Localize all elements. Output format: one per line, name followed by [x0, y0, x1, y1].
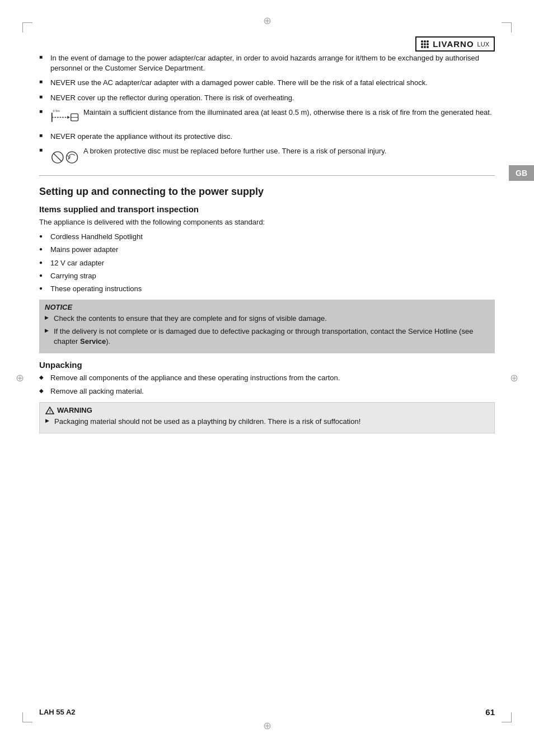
list-item-3: 12 V car adapter — [39, 258, 495, 268]
reg-mark-right: ⊕ — [510, 373, 518, 383]
warning-box: ! WARNING Packaging material should not … — [39, 402, 495, 433]
list-item-text-4: Carrying strap — [50, 271, 96, 281]
svg-text:0.5m: 0.5m — [53, 109, 60, 113]
page: ⊕ ⊕ ⊕ ⊕ LIVARNO LUX GB In the event of d… — [0, 0, 534, 756]
bullet-item-4: 0.5m Maintain a sufficient distance from… — [39, 108, 495, 127]
warning-item-1: Packaging material should not be used as… — [45, 417, 489, 427]
divider-1 — [39, 175, 495, 176]
bullet-item-1: In the event of damage to the power adap… — [39, 53, 495, 73]
bullet-item-5: NEVER operate the appliance without its … — [39, 132, 495, 142]
corner-mark-tl — [22, 22, 32, 32]
notice-item-1: Check the contents to ensure that they a… — [45, 314, 489, 324]
svg-text:!: ! — [49, 409, 51, 414]
intro-text: The appliance is delivered with the foll… — [39, 217, 495, 227]
unpacking-text-1: Remove all components of the appliance a… — [50, 373, 340, 383]
service-bold: Service — [80, 337, 106, 346]
corner-mark-br — [502, 712, 512, 722]
unpacking-item-2: Remove all packing material. — [39, 386, 495, 396]
broken-disc-icon — [50, 146, 81, 169]
svg-line-7 — [54, 153, 62, 162]
gb-tab: GB — [509, 165, 534, 181]
list-item-text-5: These operating instructions — [50, 284, 142, 294]
list-item-5: These operating instructions — [39, 284, 495, 294]
notice-box: NOTICE Check the contents to ensure that… — [39, 300, 495, 353]
unpacking-item-1: Remove all components of the appliance a… — [39, 373, 495, 383]
logo-name: LIVARNO — [433, 39, 474, 49]
unpacking-list: Remove all components of the appliance a… — [39, 373, 495, 396]
safety-bullet-list: In the event of damage to the power adap… — [39, 53, 495, 169]
logo-box: LIVARNO LUX — [415, 36, 495, 52]
notice-title: NOTICE — [45, 303, 489, 311]
warning-text-1: Packaging material should not be used as… — [54, 417, 360, 427]
bullet-text-6: A broken protective disc must be replace… — [83, 146, 386, 156]
items-list: Cordless Handheld Spotlight Mains power … — [39, 232, 495, 294]
bullet-text-2: NEVER use the AC adapter/car adapter wit… — [50, 78, 428, 88]
footer: LAH 55 A2 61 — [39, 707, 495, 717]
list-item-2: Mains power adapter — [39, 245, 495, 255]
bullet-text-3: NEVER cover up the reflector during oper… — [50, 93, 294, 103]
notice-list: Check the contents to ensure that they a… — [45, 314, 489, 347]
list-item-1: Cordless Handheld Spotlight — [39, 232, 495, 242]
svg-point-8 — [66, 152, 77, 163]
corner-mark-tr — [502, 22, 512, 32]
unpacking-heading: Unpacking — [39, 360, 495, 370]
warning-triangle-icon: ! — [45, 407, 54, 414]
warning-title-text: WARNING — [57, 406, 92, 414]
list-item-text-1: Cordless Handheld Spotlight — [50, 232, 143, 242]
warning-title: ! WARNING — [45, 406, 489, 414]
header: LIVARNO LUX — [415, 36, 495, 52]
warning-list: Packaging material should not be used as… — [45, 417, 489, 427]
bullet-item-6: A broken protective disc must be replace… — [39, 146, 495, 169]
notice-text-2: If the delivery is not complete or is da… — [54, 326, 489, 347]
notice-item-2: If the delivery is not complete or is da… — [45, 326, 489, 347]
reg-mark-left: ⊕ — [16, 373, 24, 383]
logo-lux: LUX — [477, 41, 489, 48]
main-content: In the event of damage to the power adap… — [39, 53, 495, 439]
corner-mark-bl — [22, 712, 32, 722]
footer-page-number: 61 — [485, 707, 495, 717]
logo-dot-grid — [421, 40, 429, 48]
section-heading: Setting up and connecting to the power s… — [39, 186, 495, 198]
sub-heading-items: Items supplied and transport inspection — [39, 204, 495, 214]
bullet-text-5: NEVER operate the appliance without its … — [50, 132, 232, 142]
reg-mark-top: ⊕ — [263, 16, 271, 26]
notice-text-1: Check the contents to ensure that they a… — [54, 314, 327, 324]
logo-icon — [421, 40, 430, 48]
bullet-item-2: NEVER use the AC adapter/car adapter wit… — [39, 78, 495, 88]
svg-marker-3 — [67, 116, 70, 119]
list-item-text-3: 12 V car adapter — [50, 258, 104, 268]
list-item-4: Carrying strap — [39, 271, 495, 281]
footer-model: LAH 55 A2 — [39, 708, 76, 716]
list-item-text-2: Mains power adapter — [50, 245, 118, 255]
bullet-item-3: NEVER cover up the reflector during oper… — [39, 93, 495, 103]
bullet-text-1: In the event of damage to the power adap… — [50, 53, 495, 73]
reg-mark-bottom: ⊕ — [263, 721, 271, 731]
distance-icon: 0.5m — [50, 108, 81, 127]
bullet-text-4: Maintain a sufficient distance from the … — [83, 108, 492, 118]
unpacking-text-2: Remove all packing material. — [50, 386, 144, 396]
